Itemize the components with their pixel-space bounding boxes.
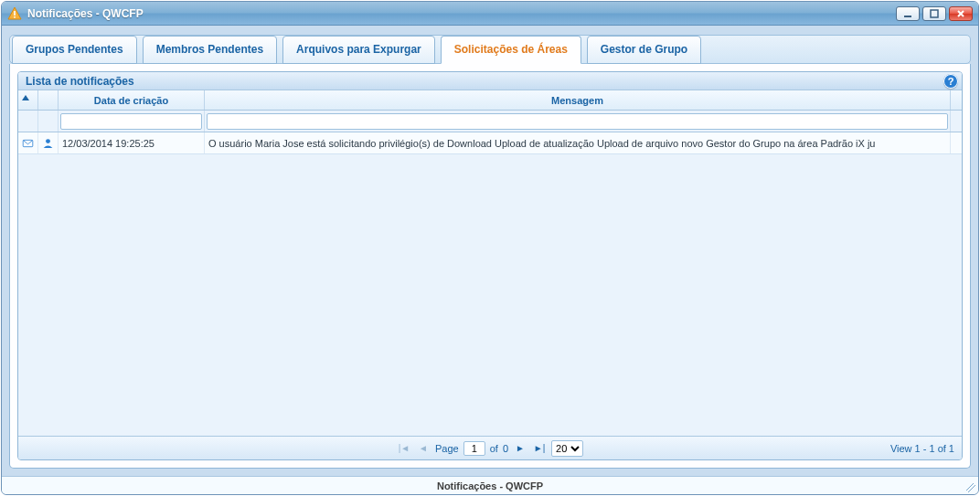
svg-rect-3 [904, 16, 911, 17]
window-body: Grupos Pendentes Membros Pendentes Arqui… [2, 26, 978, 476]
grid-filter-row [18, 111, 962, 132]
tab-arquivos-para-expurgar[interactable]: Arquivos para Expurgar [282, 36, 435, 64]
window-controls [896, 6, 973, 21]
statusbar-text: Notificações - QWCFP [437, 480, 543, 491]
sort-asc-icon [22, 95, 29, 100]
filter-message-input[interactable] [207, 113, 948, 130]
row-role-icon[interactable] [38, 132, 59, 153]
pager-first-button[interactable]: |◄ [397, 441, 411, 456]
filter-cell-icon1 [18, 111, 38, 132]
pager-page-input[interactable] [463, 441, 485, 456]
tabstrip: Grupos Pendentes Membros Pendentes Arqui… [9, 35, 971, 64]
filter-cell-message [205, 111, 951, 132]
grid-pager: |◄ ◄ Page of 0 ► ►| 20 View 1 - 1 of 1 [18, 436, 962, 459]
pager-view-text: View 1 - 1 of 1 [890, 443, 954, 454]
row-date: 12/03/2014 19:25:25 [59, 132, 205, 153]
warning-icon [7, 6, 22, 21]
filter-cell-date [59, 111, 205, 132]
row-message: O usuário Maria Jose está solicitando pr… [205, 132, 951, 153]
minimize-button[interactable] [896, 6, 920, 21]
table-row[interactable]: 12/03/2014 19:25:25 O usuário Maria Jose… [18, 132, 962, 154]
pager-page-label: Page [435, 443, 459, 454]
grid-body[interactable]: 12/03/2014 19:25:25 O usuário Maria Jose… [18, 132, 962, 436]
svg-rect-2 [14, 16, 16, 18]
filter-cell-spacer [951, 111, 962, 132]
pager-of-label: of [490, 443, 498, 454]
filter-cell-icon2 [38, 111, 59, 132]
grid-container: Lista de notificações ? Data de criação … [17, 71, 963, 460]
close-button[interactable] [949, 6, 973, 21]
mail-icon [22, 137, 34, 150]
column-header-actions[interactable] [38, 90, 59, 110]
tab-grupos-pendentes[interactable]: Grupos Pendentes [12, 36, 137, 64]
grid-title-text: Lista de notificações [26, 75, 134, 88]
window-title: Notificações - QWCFP [27, 7, 144, 20]
tab-panel: Lista de notificações ? Data de criação … [9, 64, 971, 469]
pager-next-button[interactable]: ► [513, 441, 527, 456]
row-spacer [951, 132, 962, 153]
column-header-message[interactable]: Mensagem [205, 90, 951, 110]
tab-membros-pendentes[interactable]: Membros Pendentes [143, 36, 277, 64]
pager-prev-button[interactable]: ◄ [416, 441, 431, 456]
tab-solicitacoes-de-areas[interactable]: Solicitações de Áreas [441, 36, 581, 64]
help-icon[interactable]: ? [943, 74, 958, 89]
pager-page-size-select[interactable]: 20 [551, 440, 583, 457]
window: Notificações - QWCFP Grupos Pendentes Me… [1, 1, 979, 495]
filter-date-input[interactable] [60, 113, 202, 130]
pager-total-pages: 0 [503, 443, 508, 454]
maximize-button[interactable] [922, 6, 946, 21]
svg-rect-4 [931, 10, 938, 17]
svg-rect-1 [14, 11, 16, 16]
window-title-area: Notificações - QWCFP [7, 6, 896, 21]
row-mail-icon[interactable] [18, 132, 38, 153]
titlebar[interactable]: Notificações - QWCFP [2, 2, 978, 26]
pager-last-button[interactable]: ►| [532, 441, 547, 456]
resize-grip[interactable] [966, 483, 975, 492]
column-header-date[interactable]: Data de criação [59, 90, 205, 110]
column-header-spacer [951, 90, 962, 110]
column-header-sort[interactable] [18, 90, 38, 110]
grid-column-headers: Data de criação Mensagem [18, 90, 962, 111]
svg-point-6 [46, 139, 50, 143]
statusbar: Notificações - QWCFP [2, 476, 978, 494]
tab-gestor-de-grupo[interactable]: Gestor de Grupo [587, 36, 701, 64]
grid-title: Lista de notificações ? [18, 72, 962, 90]
role-icon [42, 137, 54, 150]
pager-center: |◄ ◄ Page of 0 ► ►| 20 [397, 440, 583, 457]
